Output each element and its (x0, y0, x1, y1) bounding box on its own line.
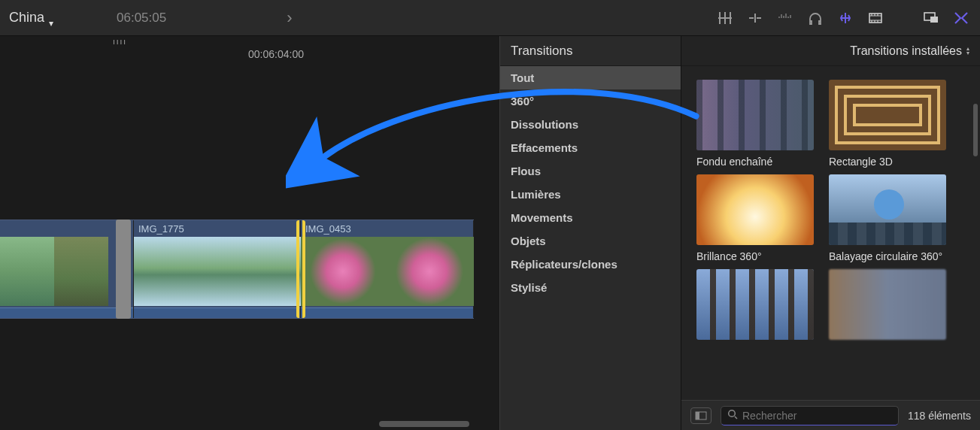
transition-item[interactable]: Rectangle 3D (829, 80, 946, 168)
toolbar-right (715, 8, 971, 28)
category-item-objects[interactable]: Objets (500, 229, 681, 253)
transition-label: Fondu enchaîné (696, 155, 814, 168)
category-item-360[interactable]: 360° (500, 89, 681, 113)
panel-header: Transitions (500, 36, 681, 66)
transition-item[interactable]: Balayage circulaire 360° (829, 174, 946, 263)
category-item-replicators[interactable]: Réplicateurs/clones (500, 253, 681, 276)
library-select[interactable]: Transitions installées ▴▾ (850, 44, 969, 58)
browser-scrollbar[interactable] (973, 104, 978, 156)
timeline-track[interactable]: IMG_1775 IMG_0453 (0, 220, 474, 319)
transition-thumbnail (696, 174, 814, 245)
timeline-clip[interactable]: IMG_1775 (134, 220, 301, 318)
browser-toolbar: 118 éléments (681, 400, 980, 430)
category-item-blurs[interactable]: Flous (500, 159, 681, 183)
timeline-clip[interactable] (0, 220, 134, 318)
transition-item[interactable] (829, 269, 946, 344)
category-item-dissolves[interactable]: Dissolutions (500, 113, 681, 136)
search-box[interactable] (721, 406, 899, 425)
transition-label: Rectangle 3D (829, 155, 946, 168)
playhead-handle[interactable] (116, 220, 131, 319)
skip-forward-icon[interactable]: › (287, 8, 292, 28)
transition-label: Brillance 360° (696, 250, 814, 263)
search-input[interactable] (742, 410, 892, 422)
category-item-lights[interactable]: Lumières (500, 183, 681, 206)
transitions-browser: Transitions installées ▴▾ Fondu enchaîné… (681, 36, 980, 430)
chevron-down-icon (49, 14, 56, 22)
timeline-ruler[interactable]: ıııı 00:06:04:00 (0, 36, 499, 63)
timecode-display[interactable]: 06:05:05 (117, 11, 166, 26)
clip-thumbnail (301, 237, 385, 306)
clip-label: IMG_1775 (138, 223, 184, 235)
transition-thumbnail (829, 269, 946, 340)
audio-waveform-icon[interactable] (775, 8, 795, 28)
content-area: ıııı 00:06:04:00 IMG_1775 IMG_0453 (0, 36, 980, 430)
audio-strip (134, 307, 300, 318)
search-icon (727, 409, 738, 422)
filmstrip-icon[interactable] (866, 8, 885, 28)
second-display-icon[interactable] (921, 8, 941, 28)
skimming-icon[interactable] (745, 8, 765, 28)
category-list: Tout 360° Dissolutions Effacements Flous… (500, 66, 681, 430)
transition-item[interactable] (696, 269, 814, 344)
browser-header: Transitions installées ▴▾ (681, 36, 980, 66)
fullscreen-icon[interactable] (951, 8, 971, 28)
clip-thumbnail (134, 237, 217, 306)
clip-thumbnail (0, 237, 54, 306)
category-item-all[interactable]: Tout (500, 66, 681, 89)
library-label: Transitions installées (850, 44, 962, 58)
transition-thumbnail (696, 80, 814, 150)
timeline-scrollbar[interactable] (379, 421, 469, 427)
toolbar-left: China 06:05:05 › (9, 8, 293, 28)
transition-label: Balayage circulaire 360° (829, 250, 946, 263)
ruler-timecode: 00:06:04:00 (248, 48, 304, 60)
category-item-stylized[interactable]: Stylisé (500, 276, 681, 299)
audio-strip (301, 307, 473, 318)
category-item-movements[interactable]: Movements (500, 206, 681, 229)
headphones-icon[interactable] (806, 8, 825, 28)
index-icon[interactable] (715, 8, 735, 28)
project-name: China (9, 10, 44, 26)
view-toggle-button[interactable] (690, 407, 711, 424)
transition-item[interactable]: Fondu enchaîné (696, 80, 814, 168)
clip-thumbnail (217, 237, 301, 306)
transitions-grid: Fondu enchaîné Rectangle 3D Brillance 36… (681, 66, 980, 400)
transitions-category-panel: Transitions Tout 360° Dissolutions Effac… (499, 36, 681, 430)
svg-rect-4 (696, 412, 699, 419)
transition-thumbnail (696, 269, 814, 340)
ruler-ticks: ıııı (113, 38, 127, 46)
snapping-icon[interactable] (836, 8, 855, 28)
item-count: 118 éléments (908, 410, 971, 422)
clip-thumbnail (385, 237, 474, 306)
svg-rect-2 (930, 17, 938, 23)
timeline-clip[interactable]: IMG_0453 (301, 220, 474, 318)
edit-point-marker[interactable] (296, 220, 305, 318)
clip-label: IMG_0453 (305, 223, 351, 235)
svg-point-5 (729, 410, 736, 416)
panel-title: Transitions (511, 44, 573, 59)
timeline-area[interactable]: ıııı 00:06:04:00 IMG_1775 IMG_0453 (0, 36, 499, 430)
top-toolbar: China 06:05:05 › (0, 0, 980, 36)
chevron-updown-icon: ▴▾ (966, 47, 969, 56)
transition-thumbnail (829, 80, 946, 150)
clip-thumbnail (54, 237, 108, 306)
category-item-wipes[interactable]: Effacements (500, 136, 681, 159)
audio-strip (0, 307, 133, 318)
project-select[interactable]: China (9, 10, 56, 26)
transition-thumbnail (829, 174, 946, 245)
transition-item[interactable]: Brillance 360° (696, 174, 814, 263)
